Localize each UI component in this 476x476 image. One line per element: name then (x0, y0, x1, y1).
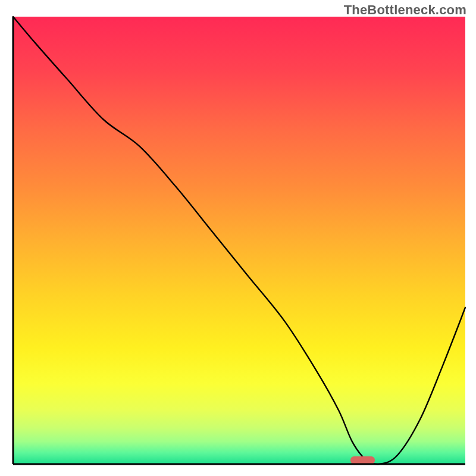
bottleneck-chart (0, 0, 476, 476)
gradient-background (13, 17, 465, 464)
plot-area (13, 17, 465, 464)
watermark-text: TheBottleneck.com (344, 2, 466, 18)
optimal-marker (350, 456, 375, 464)
